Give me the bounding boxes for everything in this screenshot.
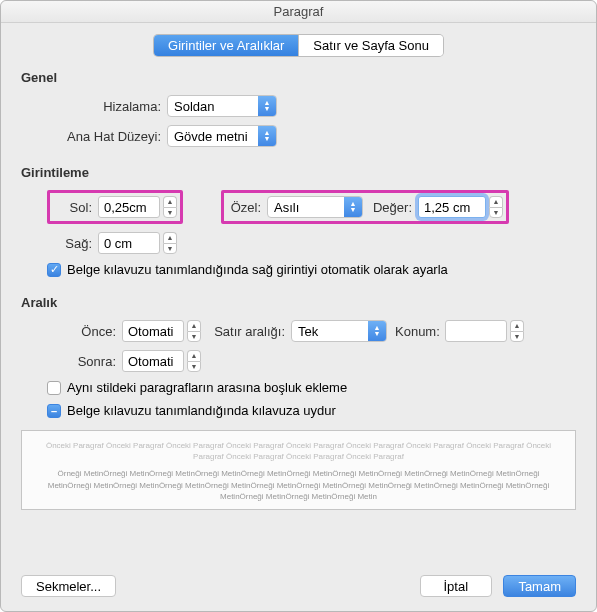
snap-grid-label: Belge kılavuzu tanımlandığında kılavuza … [67, 403, 336, 418]
left-indent-input[interactable]: 0,25cm [98, 196, 160, 218]
after-label: Sonra: [47, 354, 122, 369]
chevron-updown-icon: ▲▼ [344, 197, 362, 217]
ok-button[interactable]: Tamam [503, 575, 576, 597]
auto-indent-label: Belge kılavuzu tanımlandığında sağ girin… [67, 262, 448, 277]
line-spacing-label: Satır aralığı: [201, 324, 291, 339]
section-indent: Girintileme [21, 165, 576, 180]
tabs-button[interactable]: Sekmeler... [21, 575, 116, 597]
at-stepper[interactable]: ▲▼ [510, 320, 524, 342]
left-indent-label: Sol: [53, 200, 98, 215]
right-indent-label: Sağ: [50, 236, 98, 251]
chevron-updown-icon: ▲▼ [258, 96, 276, 116]
highlight-special-indent: Özel: Asılı ▲▼ Değer: 1,25 cm ▲▼ [221, 190, 509, 224]
tab-indents-spacing[interactable]: Girintiler ve Aralıklar [154, 35, 298, 56]
chevron-updown-icon: ▲▼ [258, 126, 276, 146]
tab-line-page-breaks[interactable]: Satır ve Sayfa Sonu [298, 35, 443, 56]
outline-value: Gövde metni [168, 129, 258, 144]
no-space-checkbox[interactable] [47, 381, 61, 395]
window-title: Paragraf [1, 1, 596, 23]
tab-bar: Girintiler ve Aralıklar Satır ve Sayfa S… [21, 35, 576, 56]
special-label: Özel: [227, 200, 267, 215]
outline-label: Ana Hat Düzeyi: [47, 129, 167, 144]
section-spacing: Aralık [21, 295, 576, 310]
by-label: Değer: [363, 200, 418, 215]
auto-indent-checkbox[interactable]: ✓ [47, 263, 61, 277]
right-indent-input[interactable]: 0 cm [98, 232, 160, 254]
preview-previous: Önceki Paragraf Önceki Paragraf Önceki P… [36, 440, 561, 462]
before-input[interactable]: Otomati [122, 320, 184, 342]
preview-box: Önceki Paragraf Önceki Paragraf Önceki P… [21, 430, 576, 510]
right-indent-stepper[interactable]: ▲▼ [163, 232, 177, 254]
after-stepper[interactable]: ▲▼ [187, 350, 201, 372]
alignment-label: Hizalama: [47, 99, 167, 114]
cancel-button[interactable]: İptal [420, 575, 492, 597]
section-general: Genel [21, 70, 576, 85]
at-label: Konum: [387, 324, 445, 339]
before-label: Önce: [47, 324, 122, 339]
snap-grid-checkbox[interactable]: – [47, 404, 61, 418]
before-stepper[interactable]: ▲▼ [187, 320, 201, 342]
special-select[interactable]: Asılı ▲▼ [267, 196, 363, 218]
highlight-left-indent: Sol: 0,25cm ▲▼ [47, 190, 183, 224]
by-stepper[interactable]: ▲▼ [489, 196, 503, 218]
by-input[interactable]: 1,25 cm [418, 196, 486, 218]
at-input[interactable] [445, 320, 507, 342]
outline-select[interactable]: Gövde metni ▲▼ [167, 125, 277, 147]
alignment-select[interactable]: Soldan ▲▼ [167, 95, 277, 117]
alignment-value: Soldan [168, 99, 258, 114]
no-space-label: Aynı stildeki paragrafların arasına boşl… [67, 380, 347, 395]
left-indent-stepper[interactable]: ▲▼ [163, 196, 177, 218]
chevron-updown-icon: ▲▼ [368, 321, 386, 341]
preview-sample: Örneği MetinÖrneği MetinÖrneği MetinÖrne… [36, 468, 561, 502]
paragraph-dialog: Paragraf Girintiler ve Aralıklar Satır v… [0, 0, 597, 612]
after-input[interactable]: Otomati [122, 350, 184, 372]
line-spacing-select[interactable]: Tek ▲▼ [291, 320, 387, 342]
